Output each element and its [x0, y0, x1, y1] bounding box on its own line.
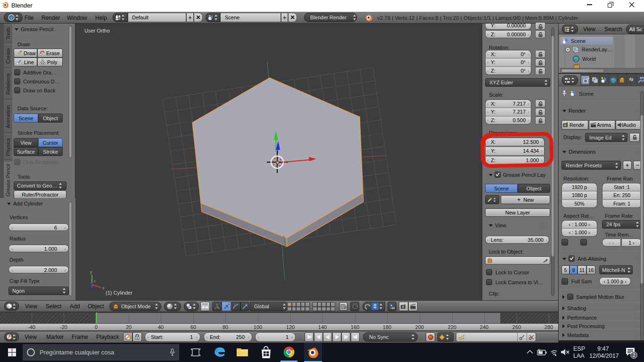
svg-text:i: i [11, 16, 12, 20]
svg-text:y: y [90, 270, 92, 274]
svg-text:z: z [94, 279, 96, 283]
svg-text:x: x [102, 286, 105, 290]
